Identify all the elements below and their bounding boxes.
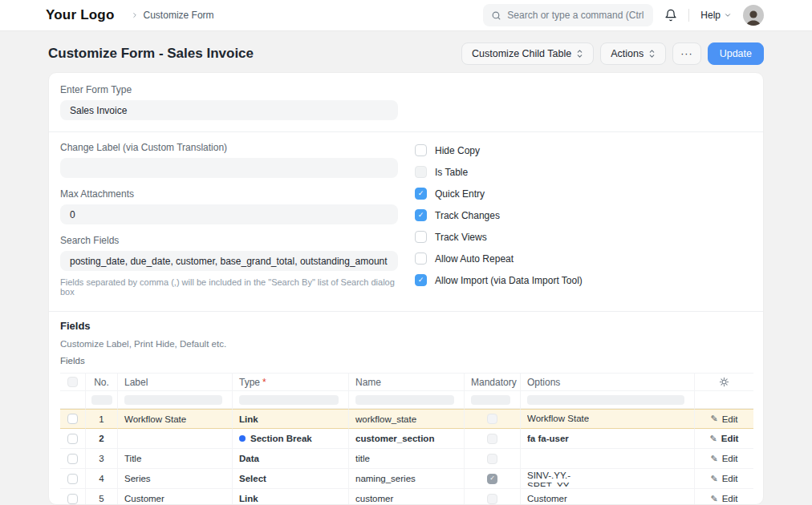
field-options-cell[interactable]: fa fa-user	[527, 434, 569, 444]
field-options-cell[interactable]: SINV-.YY.- SRET-.YY.-	[527, 471, 574, 487]
max-attachments-input[interactable]	[60, 204, 398, 224]
checkbox-box[interactable]: ✓	[415, 231, 427, 243]
checkbox-quick-entry[interactable]: ✓ Quick Entry	[415, 188, 752, 200]
global-search[interactable]	[483, 4, 653, 26]
field-label-cell[interactable]: Customer	[124, 494, 164, 503]
checkbox-allow-import[interactable]: ✓ Allow Import (via Data Import Tool)	[415, 274, 752, 286]
actions-dropdown-button[interactable]: Actions	[600, 42, 666, 65]
checkbox-track-changes[interactable]: ✓ Track Changes	[415, 209, 752, 221]
checkbox-hide-copy[interactable]: ✓ Hide Copy	[415, 144, 752, 156]
field-options-cell[interactable]: Workflow State	[527, 414, 589, 424]
more-options-button[interactable]: ···	[672, 42, 701, 65]
customize-child-table-button[interactable]: Customize Child Table	[461, 42, 594, 65]
notifications-button[interactable]	[664, 9, 677, 22]
search-fields-input[interactable]	[60, 251, 398, 271]
row-select-checkbox[interactable]: ✓	[67, 414, 78, 424]
help-menu[interactable]: Help	[700, 10, 732, 21]
form-type-input[interactable]	[60, 100, 398, 120]
checkbox-box[interactable]: ✓	[415, 252, 427, 265]
field-name-cell[interactable]: workflow_state	[355, 414, 416, 424]
checkbox-box[interactable]: ✓	[415, 209, 427, 221]
filter-input-options[interactable]	[527, 395, 684, 405]
pencil-icon: ✎	[710, 414, 717, 424]
help-label: Help	[700, 10, 721, 21]
checkbox-box: ✓	[415, 166, 427, 178]
select-all-checkbox[interactable]: ✓	[67, 377, 78, 387]
field-name-cell[interactable]: title	[355, 454, 370, 463]
row-number: 3	[99, 454, 104, 463]
table-row-series[interactable]: ✓ 4 Series Select naming_series ✓ SINV-.…	[60, 469, 753, 489]
update-button[interactable]: Update	[708, 42, 764, 65]
field-type-cell[interactable]: Section Break	[250, 434, 312, 443]
max-attachments-label: Max Attachments	[60, 188, 398, 200]
more-icon: ···	[680, 48, 693, 59]
edit-row-button[interactable]: ✎Edit	[710, 434, 739, 444]
mandatory-checkbox[interactable]: ✓	[487, 494, 497, 504]
table-row-customer[interactable]: ✓ 5 Customer Link customer ✓ Customer ✎E…	[60, 489, 753, 505]
field-options-cell[interactable]: Customer	[527, 494, 567, 504]
pencil-icon: ✎	[710, 434, 717, 444]
edit-row-button[interactable]: ✎Edit	[710, 454, 737, 464]
checkbox-allow-auto-repeat[interactable]: ✓ Allow Auto Repeat	[415, 252, 752, 265]
checkbox-box[interactable]: ✓	[415, 274, 427, 286]
app-logo[interactable]: Your Logo	[46, 7, 115, 23]
checkbox-box[interactable]: ✓	[415, 188, 427, 200]
field-name-cell[interactable]: naming_series	[355, 474, 416, 483]
unfold-icon	[648, 49, 656, 59]
mandatory-checkbox[interactable]: ✓	[487, 414, 497, 424]
page-title: Customize Form - Sales Invoice	[48, 46, 254, 62]
field-type-cell[interactable]: Link	[239, 494, 258, 503]
edit-row-button[interactable]: ✎Edit	[710, 414, 737, 424]
row-select-checkbox[interactable]: ✓	[67, 434, 78, 444]
col-header-type: Type	[239, 377, 260, 388]
field-type-cell[interactable]: Select	[239, 474, 266, 483]
filter-input-type[interactable]	[239, 395, 339, 405]
mandatory-checkbox[interactable]: ✓	[487, 454, 497, 464]
field-label-cell[interactable]: Workflow State	[124, 414, 186, 424]
checkbox-track-views[interactable]: ✓ Track Views	[415, 231, 752, 243]
row-number: 2	[99, 434, 104, 443]
row-number: 4	[99, 474, 104, 483]
col-header-name: Name	[355, 377, 381, 388]
field-label-cell[interactable]: Title	[124, 454, 141, 463]
table-settings-gear-icon[interactable]	[719, 377, 729, 387]
filter-input-label[interactable]	[124, 395, 222, 405]
search-fields-label: Search Fields	[60, 235, 398, 246]
field-type-cell[interactable]: Data	[239, 454, 259, 463]
row-select-checkbox[interactable]: ✓	[67, 494, 78, 504]
checkbox-column: ✓ Hide Copy ✓ Is Table ✓ Quick Entry ✓ T…	[415, 142, 752, 296]
table-row-customer-section[interactable]: ✓ 2 Section Break customer_section ✓ fa …	[60, 429, 753, 449]
col-header-options: Options	[527, 377, 560, 388]
user-avatar[interactable]	[743, 5, 764, 26]
change-label-label: Change Label (via Custom Translation)	[60, 142, 398, 153]
row-select-checkbox[interactable]: ✓	[67, 474, 78, 484]
breadcrumb[interactable]: Customize Form	[131, 10, 214, 21]
mandatory-checkbox[interactable]: ✓	[487, 434, 497, 444]
field-label-cell[interactable]: Series	[124, 474, 151, 483]
row-number: 5	[99, 494, 104, 503]
field-name-cell[interactable]: customer	[355, 494, 393, 503]
row-select-checkbox[interactable]: ✓	[67, 454, 78, 464]
navbar: Your Logo Customize Form Help	[0, 0, 812, 31]
properties-section: Change Label (via Custom Translation) Ma…	[49, 132, 763, 311]
table-row-title[interactable]: ✓ 3 Title Data title ✓ ✎Edit	[60, 449, 753, 469]
edit-row-button[interactable]: ✎Edit	[710, 494, 737, 504]
filter-input-no[interactable]	[91, 395, 112, 405]
filter-input-mandatory[interactable]	[471, 395, 510, 405]
change-label-input[interactable]	[60, 158, 398, 178]
pencil-icon: ✎	[710, 494, 717, 504]
pencil-icon: ✎	[710, 474, 717, 484]
checkbox-box[interactable]: ✓	[415, 144, 427, 156]
checkbox-is-table[interactable]: ✓ Is Table	[415, 166, 752, 178]
table-row-workflow-state[interactable]: ✓ 1 Workflow State Link workflow_state ✓…	[60, 409, 753, 429]
col-header-label: Label	[124, 377, 148, 388]
search-input[interactable]	[507, 10, 645, 21]
breadcrumb-label: Customize Form	[144, 10, 214, 21]
customize-form-card: Enter Form Type Change Label (via Custom…	[48, 72, 764, 505]
filter-input-name[interactable]	[355, 395, 454, 405]
edit-row-button[interactable]: ✎Edit	[710, 474, 737, 484]
field-type-cell[interactable]: Link	[239, 414, 258, 424]
mandatory-checkbox[interactable]: ✓	[487, 474, 497, 484]
field-name-cell[interactable]: customer_section	[355, 434, 434, 443]
col-header-no: No.	[94, 377, 109, 388]
